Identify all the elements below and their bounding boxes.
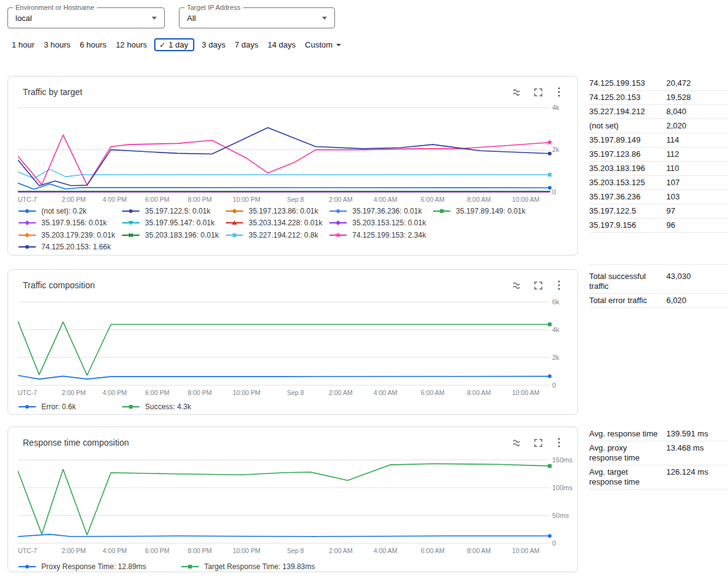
time-range-custom[interactable]: Custom bbox=[303, 38, 343, 51]
row-value: 13.468 ms bbox=[666, 443, 728, 463]
row-label: 35.197.123.86 bbox=[589, 149, 666, 159]
traffic-totals-table: Total successful traffic43,030Total erro… bbox=[589, 270, 728, 308]
card-title: Response time composition bbox=[23, 438, 511, 448]
more-options-icon[interactable] bbox=[553, 436, 565, 449]
svg-text:50ms: 50ms bbox=[552, 512, 569, 519]
legend-label: Success: 4.3k bbox=[145, 402, 191, 411]
dropdown-arrow-icon bbox=[322, 17, 327, 20]
legend-item[interactable]: Success: 4.3k bbox=[122, 402, 225, 411]
target-ip-select[interactable]: Target IP Address All bbox=[179, 7, 335, 28]
legend-label: 35.197.9.156: 0.01k bbox=[41, 219, 107, 227]
legend-marker-icon bbox=[329, 219, 347, 227]
card-actions bbox=[511, 86, 565, 98]
legend-item[interactable]: 74.125.199.153: 2.34k bbox=[329, 231, 432, 240]
legend-marker-icon bbox=[225, 231, 244, 239]
time-range-12-hours[interactable]: 12 hours bbox=[114, 38, 149, 51]
row-label: Avg. target response time bbox=[589, 467, 666, 487]
row-value: 19,528 bbox=[666, 93, 728, 102]
legend-marker-icon bbox=[329, 231, 347, 239]
svg-text:Sep 8: Sep 8 bbox=[287, 389, 304, 396]
legend-marker-icon bbox=[181, 563, 199, 570]
fullscreen-icon[interactable] bbox=[532, 86, 544, 98]
traffic-by-target-chart[interactable]: 02k4kUTC-72:00 PM4:00 PM6:00 PM8:00 PM10… bbox=[18, 99, 576, 208]
time-range-6-hours[interactable]: 6 hours bbox=[78, 38, 108, 51]
legend-item[interactable]: 35.197.123.86: 0.01k bbox=[225, 207, 329, 215]
legend-item[interactable]: 35.197.122.5: 0.01k bbox=[122, 207, 225, 215]
row-label: 35.227.194.212 bbox=[589, 107, 666, 117]
row-label: 35.197.36.236 bbox=[589, 192, 666, 202]
table-row: Total error traffic6,020 bbox=[589, 294, 728, 308]
traffic-by-target-card: Traffic by target 02k4kUTC-72:00 PM4:00 … bbox=[7, 76, 578, 256]
svg-text:0: 0 bbox=[552, 381, 556, 389]
legend-marker-icon bbox=[18, 403, 36, 410]
row-label: 74.125.199.153 bbox=[589, 78, 666, 88]
legend-item[interactable]: Target Response Time: 139.83ms bbox=[181, 562, 315, 571]
legend-row: Error: 0.6kSuccess: 4.3k bbox=[18, 401, 225, 413]
table-row: 35.197.123.86112 bbox=[589, 148, 728, 162]
time-range-1-hour[interactable]: 1 hour bbox=[10, 38, 36, 51]
time-range-3-days[interactable]: 3 days bbox=[200, 38, 227, 51]
response-time-composition-chart[interactable]: 050ms100ms150msUTC-72:00 PM4:00 PM6:00 P… bbox=[18, 452, 576, 559]
legend-item[interactable]: 74.125.20.153: 1.66k bbox=[18, 243, 122, 251]
legend-item[interactable]: Error: 0.6k bbox=[18, 402, 122, 411]
row-label: 35.197.9.156 bbox=[589, 220, 666, 230]
legend-item[interactable]: (not set): 0.2k bbox=[18, 207, 122, 215]
row-value: 97 bbox=[666, 206, 728, 216]
traffic-composition-chart[interactable]: 02k4k6kUTC-72:00 PM4:00 PM6:00 PM8:00 PM… bbox=[18, 293, 576, 401]
fullscreen-icon[interactable] bbox=[532, 279, 544, 291]
legend-label: 35.197.36.236: 0.01k bbox=[352, 207, 422, 215]
fullscreen-icon[interactable] bbox=[532, 436, 544, 449]
legend-row: 35.203.179.239: 0.01k35.203.183.196: 0.0… bbox=[18, 229, 536, 241]
row-label: 35.203.153.125 bbox=[589, 178, 666, 188]
svg-text:UTC-7: UTC-7 bbox=[18, 196, 37, 203]
legend-marker-icon bbox=[122, 207, 140, 215]
traffic-composition-card: Traffic composition 02k4k6kUTC-72:00 PM4… bbox=[7, 269, 578, 415]
legend-marker-icon bbox=[18, 207, 36, 215]
legend-label: 35.203.153.125: 0.01k bbox=[352, 219, 426, 227]
table-row: 35.197.9.15696 bbox=[589, 219, 728, 233]
compare-icon[interactable] bbox=[511, 436, 523, 449]
legend-item[interactable]: 35.197.89.149: 0.01k bbox=[432, 207, 536, 215]
traffic-composition-legend: Error: 0.6kSuccess: 4.3k bbox=[18, 401, 225, 413]
time-range-3-hours[interactable]: 3 hours bbox=[42, 38, 72, 51]
table-row: Total successful traffic43,030 bbox=[589, 270, 728, 294]
row-label: Total error traffic bbox=[589, 296, 666, 306]
legend-item[interactable]: 35.203.153.125: 0.01k bbox=[329, 219, 432, 227]
legend-item[interactable]: 35.197.36.236: 0.01k bbox=[329, 207, 432, 215]
legend-item[interactable]: 35.197.95.147: 0.01k bbox=[122, 219, 225, 227]
environment-hostname-select[interactable]: Environment or Hostname local bbox=[7, 7, 165, 28]
time-range-14-days[interactable]: 14 days bbox=[266, 38, 298, 51]
legend-item[interactable]: 35.227.194.212: 0.8k bbox=[225, 231, 329, 240]
legend-marker-icon bbox=[18, 243, 36, 251]
legend-item[interactable]: 35.197.9.156: 0.01k bbox=[18, 219, 122, 227]
svg-text:10:00 AM: 10:00 AM bbox=[512, 547, 539, 554]
legend-item[interactable]: 35.203.183.196: 0.01k bbox=[122, 231, 225, 240]
more-options-icon[interactable] bbox=[553, 279, 565, 291]
svg-text:6:00 PM: 6:00 PM bbox=[145, 547, 169, 554]
legend-item[interactable]: 35.203.179.239: 0.01k bbox=[18, 231, 122, 240]
legend-item[interactable]: Proxy Response Time: 12.89ms bbox=[18, 562, 146, 571]
card-header: Response time composition bbox=[8, 427, 577, 449]
card-actions bbox=[511, 436, 565, 449]
legend-label: Target Response Time: 139.83ms bbox=[204, 562, 315, 571]
table-row: 35.203.153.125107 bbox=[589, 176, 728, 190]
svg-text:UTC-7: UTC-7 bbox=[18, 547, 37, 554]
svg-text:2:00 PM: 2:00 PM bbox=[62, 196, 86, 203]
legend-label: 35.227.194.212: 0.8k bbox=[249, 231, 318, 240]
row-value: 139.591 ms bbox=[666, 429, 728, 439]
compare-icon[interactable] bbox=[511, 279, 523, 291]
compare-icon[interactable] bbox=[511, 86, 523, 98]
legend-item[interactable]: 35.203.134.228: 0.01k bbox=[225, 219, 329, 227]
svg-text:10:00 PM: 10:00 PM bbox=[233, 547, 260, 554]
table-row: Avg. response time139.591 ms bbox=[589, 427, 728, 441]
time-range-1-day[interactable]: ✓1 day bbox=[154, 38, 194, 51]
time-range-7-days[interactable]: 7 days bbox=[233, 38, 260, 51]
more-options-icon[interactable] bbox=[553, 86, 565, 98]
row-value: 107 bbox=[666, 178, 728, 188]
table-row: 35.197.122.597 bbox=[589, 204, 728, 219]
svg-text:4k: 4k bbox=[552, 104, 560, 111]
legend-marker-icon bbox=[122, 231, 140, 239]
svg-text:2:00 AM: 2:00 AM bbox=[329, 547, 353, 554]
response-time-composition-legend: Proxy Response Time: 12.89msTarget Respo… bbox=[18, 560, 350, 573]
table-row: 35.197.89.149114 bbox=[589, 133, 728, 148]
